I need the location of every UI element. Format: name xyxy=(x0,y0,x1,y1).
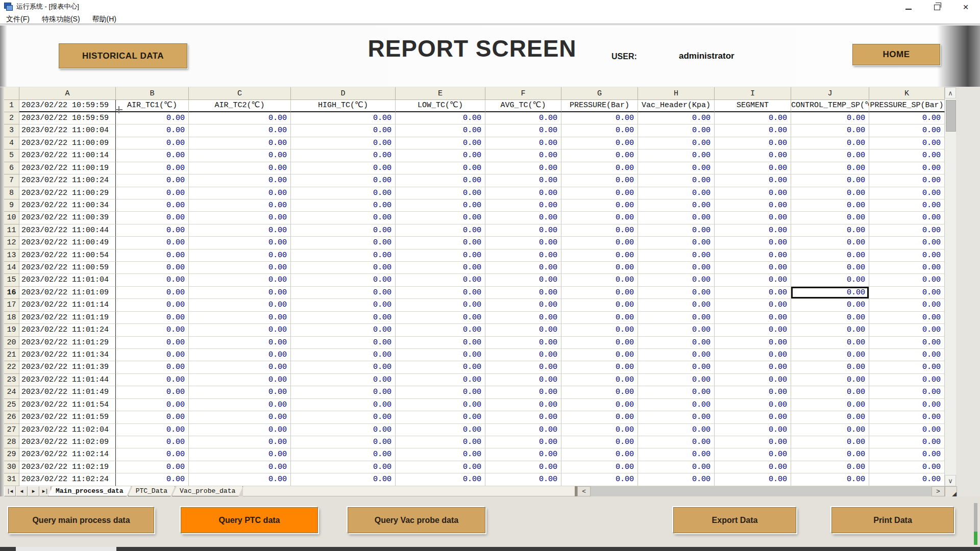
cell[interactable]: 0.00 xyxy=(638,249,715,262)
cell[interactable]: 0.00 xyxy=(485,448,561,461)
cell[interactable]: 0.00 xyxy=(791,461,869,473)
cell[interactable]: 0.00 xyxy=(791,112,869,124)
cell[interactable]: 0.00 xyxy=(396,174,485,187)
row-header-26[interactable]: 26 xyxy=(4,411,19,423)
field-header-cell[interactable]: AVG_TC(℃) xyxy=(485,100,561,112)
cell[interactable]: 0.00 xyxy=(561,174,638,187)
cell[interactable]: 0.00 xyxy=(715,312,791,324)
cell[interactable]: 2023/02/22 11:01:49 xyxy=(19,386,116,398)
cell[interactable]: 0.00 xyxy=(638,461,715,473)
cell[interactable]: 0.00 xyxy=(638,399,715,411)
cell[interactable]: 0.00 xyxy=(116,473,189,486)
cell[interactable]: 0.00 xyxy=(485,337,561,349)
export-data-button[interactable]: Export Data xyxy=(673,507,796,533)
cell[interactable]: 0.00 xyxy=(638,337,715,349)
query-vac-probe-data-button[interactable]: Query Vac probe data xyxy=(348,507,485,533)
cell[interactable]: 0.00 xyxy=(715,411,791,423)
row-header-9[interactable]: 9 xyxy=(4,199,19,212)
cell[interactable]: 0.00 xyxy=(396,349,485,361)
cell[interactable]: 2023/02/22 11:00:19 xyxy=(19,162,116,174)
cell[interactable]: 0.00 xyxy=(791,337,869,349)
row-header-11[interactable]: 11 xyxy=(4,224,19,237)
cell[interactable]: 0.00 xyxy=(869,137,945,149)
cell[interactable]: 0.00 xyxy=(638,424,715,436)
cell[interactable]: 0.00 xyxy=(291,337,396,349)
cell[interactable]: 2023/02/22 11:01:29 xyxy=(19,337,116,349)
cell[interactable]: 0.00 xyxy=(638,349,715,361)
cell[interactable]: 0.00 xyxy=(396,312,485,324)
cell[interactable]: 0.00 xyxy=(189,349,291,361)
row-header-13[interactable]: 13 xyxy=(4,249,19,262)
cell[interactable]: 2023/02/22 11:00:24 xyxy=(19,174,116,187)
restore-button[interactable] xyxy=(923,0,951,13)
cell[interactable]: 0.00 xyxy=(396,461,485,473)
cell[interactable]: 0.00 xyxy=(189,124,291,137)
tab-nav-first-button[interactable]: |◄ xyxy=(4,486,16,496)
row-header-22[interactable]: 22 xyxy=(4,361,19,373)
cell[interactable]: 0.00 xyxy=(791,374,869,386)
column-header-A[interactable]: A xyxy=(19,87,116,100)
row-header-24[interactable]: 24 xyxy=(4,386,19,398)
field-header-cell[interactable]: PRESSURE(Bar) xyxy=(561,100,638,112)
cell[interactable]: 0.00 xyxy=(869,361,945,373)
cell[interactable]: 2023/02/22 11:01:14 xyxy=(19,299,116,311)
cell[interactable]: 0.00 xyxy=(396,399,485,411)
menu-item-file[interactable]: 文件(F) xyxy=(0,13,36,24)
cell[interactable]: 2023/02/22 11:01:04 xyxy=(19,274,116,286)
column-header-J[interactable]: J xyxy=(791,87,869,100)
row-header-4[interactable]: 4 xyxy=(4,137,19,149)
cell[interactable]: 0.00 xyxy=(561,199,638,212)
cell[interactable]: 0.00 xyxy=(116,287,189,299)
cell[interactable]: 0.00 xyxy=(189,436,291,448)
cell[interactable]: 0.00 xyxy=(561,448,638,461)
vertical-scrollbar[interactable]: ∧ ∨ xyxy=(945,87,956,486)
cell[interactable]: 0.00 xyxy=(291,137,396,149)
cell[interactable]: 0.00 xyxy=(291,386,396,398)
column-header-I[interactable]: I xyxy=(715,87,791,100)
cell[interactable]: 0.00 xyxy=(869,399,945,411)
field-header-cell[interactable]: SEGMENT xyxy=(715,100,791,112)
cell[interactable]: 0.00 xyxy=(715,374,791,386)
cell[interactable]: 0.00 xyxy=(715,349,791,361)
cell[interactable]: 0.00 xyxy=(396,237,485,249)
cell[interactable]: 0.00 xyxy=(791,411,869,423)
cell[interactable]: 0.00 xyxy=(638,224,715,237)
cell[interactable]: 0.00 xyxy=(291,324,396,336)
cell[interactable]: 2023/02/22 11:01:09 xyxy=(19,287,116,299)
column-header-F[interactable]: F xyxy=(485,87,561,100)
cell[interactable]: 0.00 xyxy=(638,212,715,224)
cell[interactable]: 0.00 xyxy=(561,287,638,299)
cell[interactable]: 0.00 xyxy=(638,162,715,174)
cell[interactable]: 0.00 xyxy=(869,448,945,461)
cell[interactable]: 0.00 xyxy=(791,149,869,162)
cell[interactable]: 0.00 xyxy=(189,112,291,124)
cell[interactable]: 0.00 xyxy=(396,473,485,486)
cell[interactable]: 0.00 xyxy=(791,349,869,361)
cell[interactable]: 0.00 xyxy=(715,461,791,473)
cell[interactable]: 2023/02/22 11:01:44 xyxy=(19,374,116,386)
cell[interactable]: 0.00 xyxy=(291,374,396,386)
row-header-12[interactable]: 12 xyxy=(4,237,19,249)
cell[interactable]: 0.00 xyxy=(791,287,869,299)
cell[interactable]: 0.00 xyxy=(291,199,396,212)
row-header-17[interactable]: 17 xyxy=(4,299,19,311)
cell[interactable]: 0.00 xyxy=(869,274,945,286)
cell[interactable]: 0.00 xyxy=(715,262,791,274)
cell[interactable]: 0.00 xyxy=(638,112,715,124)
cell[interactable]: 0.00 xyxy=(485,262,561,274)
cell[interactable]: 0.00 xyxy=(638,361,715,373)
cell[interactable]: 0.00 xyxy=(561,137,638,149)
cell[interactable]: 2023/02/22 10:59:59 xyxy=(19,112,116,124)
cell[interactable]: 0.00 xyxy=(116,187,189,199)
cell[interactable]: 0.00 xyxy=(189,299,291,311)
cell[interactable]: 0.00 xyxy=(561,299,638,311)
cell[interactable]: 2023/02/22 11:02:09 xyxy=(19,436,116,448)
cell[interactable]: 0.00 xyxy=(791,399,869,411)
row-header-15[interactable]: 15 xyxy=(4,274,19,286)
menu-item-help[interactable]: 帮助(H) xyxy=(86,13,122,24)
cell[interactable]: 0.00 xyxy=(116,337,189,349)
cell[interactable]: 0.00 xyxy=(869,349,945,361)
cell[interactable]: 0.00 xyxy=(485,137,561,149)
cell[interactable]: 0.00 xyxy=(396,411,485,423)
cell[interactable]: 2023/02/22 11:01:19 xyxy=(19,312,116,324)
